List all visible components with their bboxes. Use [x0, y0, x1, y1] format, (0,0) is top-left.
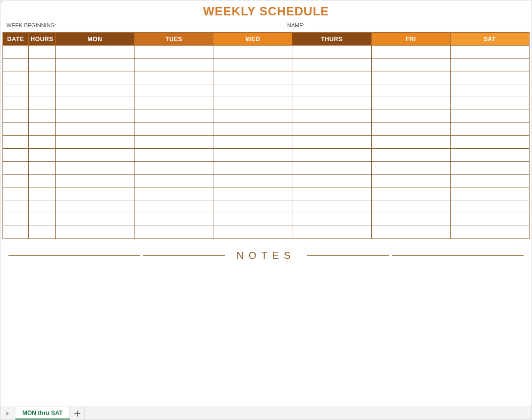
table-cell[interactable] — [371, 175, 450, 187]
table-cell[interactable] — [56, 59, 134, 71]
table-cell[interactable] — [3, 46, 29, 59]
table-cell[interactable] — [213, 59, 292, 71]
table-cell[interactable] — [213, 71, 292, 84]
table-cell[interactable] — [292, 110, 371, 123]
table-cell[interactable] — [3, 213, 29, 226]
table-cell[interactable] — [292, 187, 371, 200]
table-cell[interactable] — [371, 226, 450, 239]
table-cell[interactable] — [371, 71, 450, 84]
table-cell[interactable] — [3, 187, 29, 200]
sheet-tab-active[interactable]: MON thru SAT — [15, 407, 70, 420]
table-cell[interactable] — [213, 123, 292, 136]
table-cell[interactable] — [213, 46, 292, 59]
table-cell[interactable] — [56, 97, 134, 110]
table-cell[interactable] — [371, 123, 450, 136]
table-cell[interactable] — [3, 84, 29, 97]
table-cell[interactable] — [56, 162, 134, 175]
table-cell[interactable] — [134, 84, 213, 97]
table-cell[interactable] — [29, 213, 56, 226]
sheet-nav-button[interactable] — [0, 407, 15, 420]
table-cell[interactable] — [56, 149, 134, 162]
table-cell[interactable] — [3, 97, 29, 110]
table-cell[interactable] — [213, 200, 292, 213]
table-cell[interactable] — [3, 71, 29, 84]
table-cell[interactable] — [450, 59, 529, 71]
table-cell[interactable] — [292, 123, 371, 136]
table-cell[interactable] — [213, 187, 292, 200]
table-cell[interactable] — [450, 200, 529, 213]
table-cell[interactable] — [56, 213, 134, 226]
table-cell[interactable] — [3, 162, 29, 175]
table-cell[interactable] — [371, 97, 450, 110]
table-cell[interactable] — [56, 200, 134, 213]
col-header-fri[interactable]: FRI — [371, 33, 450, 46]
table-cell[interactable] — [29, 97, 56, 110]
table-cell[interactable] — [56, 187, 134, 200]
table-cell[interactable] — [29, 226, 56, 239]
table-cell[interactable] — [134, 59, 213, 71]
table-cell[interactable] — [371, 59, 450, 71]
table-cell[interactable] — [292, 175, 371, 187]
table-cell[interactable] — [3, 123, 29, 136]
table-cell[interactable] — [134, 123, 213, 136]
table-cell[interactable] — [213, 175, 292, 187]
table-cell[interactable] — [371, 162, 450, 175]
table-cell[interactable] — [56, 46, 134, 59]
col-header-hours[interactable]: HOURS — [29, 33, 56, 46]
table-cell[interactable] — [292, 46, 371, 59]
table-cell[interactable] — [134, 46, 213, 59]
table-cell[interactable] — [213, 149, 292, 162]
add-sheet-button[interactable] — [70, 407, 85, 420]
table-cell[interactable] — [56, 175, 134, 187]
table-cell[interactable] — [134, 110, 213, 123]
table-cell[interactable] — [134, 175, 213, 187]
table-cell[interactable] — [292, 59, 371, 71]
table-cell[interactable] — [450, 136, 529, 149]
table-cell[interactable] — [29, 136, 56, 149]
table-cell[interactable] — [450, 97, 529, 110]
table-cell[interactable] — [450, 46, 529, 59]
table-cell[interactable] — [134, 226, 213, 239]
table-cell[interactable] — [134, 200, 213, 213]
table-cell[interactable] — [134, 71, 213, 84]
table-cell[interactable] — [450, 123, 529, 136]
table-cell[interactable] — [371, 136, 450, 149]
table-cell[interactable] — [450, 226, 529, 239]
name-field[interactable] — [308, 21, 526, 29]
table-cell[interactable] — [371, 110, 450, 123]
table-cell[interactable] — [213, 162, 292, 175]
table-cell[interactable] — [134, 213, 213, 226]
table-cell[interactable] — [134, 162, 213, 175]
table-cell[interactable] — [29, 187, 56, 200]
table-cell[interactable] — [29, 110, 56, 123]
table-cell[interactable] — [371, 149, 450, 162]
col-header-tues[interactable]: TUES — [134, 33, 213, 46]
table-cell[interactable] — [450, 175, 529, 187]
table-cell[interactable] — [292, 226, 371, 239]
table-cell[interactable] — [3, 110, 29, 123]
table-cell[interactable] — [3, 136, 29, 149]
table-cell[interactable] — [450, 187, 529, 200]
table-cell[interactable] — [134, 187, 213, 200]
table-cell[interactable] — [29, 175, 56, 187]
table-cell[interactable] — [213, 84, 292, 97]
col-header-mon[interactable]: MON — [56, 33, 134, 46]
table-cell[interactable] — [292, 213, 371, 226]
table-cell[interactable] — [213, 97, 292, 110]
table-cell[interactable] — [371, 84, 450, 97]
table-cell[interactable] — [292, 136, 371, 149]
week-beginning-field[interactable] — [59, 21, 277, 29]
table-cell[interactable] — [371, 200, 450, 213]
table-cell[interactable] — [29, 84, 56, 97]
table-cell[interactable] — [213, 226, 292, 239]
table-cell[interactable] — [29, 162, 56, 175]
table-cell[interactable] — [56, 123, 134, 136]
table-cell[interactable] — [29, 71, 56, 84]
table-cell[interactable] — [134, 136, 213, 149]
table-cell[interactable] — [213, 136, 292, 149]
table-cell[interactable] — [29, 149, 56, 162]
table-cell[interactable] — [292, 84, 371, 97]
table-cell[interactable] — [213, 213, 292, 226]
table-cell[interactable] — [292, 149, 371, 162]
col-header-date[interactable]: DATE — [3, 33, 29, 46]
